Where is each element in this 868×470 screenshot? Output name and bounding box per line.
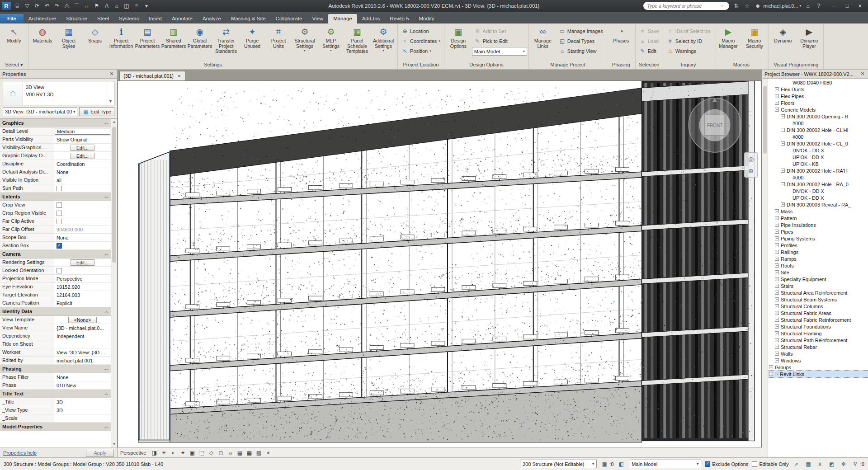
minimize-button[interactable]: ─ xyxy=(828,1,841,10)
expand-icon[interactable]: + xyxy=(775,345,779,349)
purge-unused-button[interactable]: ✦Purge Unused xyxy=(240,24,265,61)
sun-settings-button[interactable]: ☀ xyxy=(160,449,168,457)
visual-style-button[interactable]: ◨ xyxy=(150,449,158,457)
expand-icon[interactable]: + xyxy=(775,358,779,362)
property-value-visibility-graphics[interactable]: Edit... xyxy=(54,144,111,151)
tree-item-structural-beam-systems[interactable]: +Structural Beam Systems xyxy=(768,296,868,303)
help-icon[interactable]: ? xyxy=(815,3,823,9)
search-input[interactable] xyxy=(647,3,717,9)
decal-types-button[interactable]: ◱Decal Types xyxy=(557,36,605,46)
select-by-face-toggle-icon[interactable]: ◩ xyxy=(828,460,836,468)
expand-icon[interactable]: + xyxy=(775,297,779,301)
expand-icon[interactable]: + xyxy=(775,338,779,342)
select-pinned-toggle-icon[interactable]: ⊼ xyxy=(816,460,824,468)
drag-on-selection-toggle-icon[interactable]: ✥ xyxy=(840,460,848,468)
expand-icon[interactable]: + xyxy=(775,331,779,335)
default-3d-view-button[interactable]: ⌂ xyxy=(112,1,121,10)
ribbon-panel-label-project-location[interactable]: Project Location xyxy=(398,61,444,69)
expand-icon[interactable]: + xyxy=(775,311,779,315)
tree-item-000[interactable]: #000 xyxy=(768,133,868,140)
undo-button[interactable]: ↶ xyxy=(42,1,52,10)
tab-structure[interactable]: Structure xyxy=(61,14,92,24)
edit-button[interactable]: ✎Edit xyxy=(637,46,661,56)
tab-steel[interactable]: Steel xyxy=(92,14,114,24)
section-header-extents[interactable]: Extents︿ xyxy=(0,193,111,201)
expand-icon[interactable]: + xyxy=(769,372,773,376)
temporary-hide-isolate-button[interactable]: ◻ xyxy=(217,449,225,457)
tree-item-walls[interactable]: +Walls xyxy=(768,350,868,357)
select-underlay-toggle-icon[interactable]: ▦ xyxy=(804,460,812,468)
project-units-button[interactable]: ⌗Project Units xyxy=(266,24,291,61)
property-value-scale[interactable] xyxy=(54,414,111,422)
view-tab[interactable]: {3D - michael.plat.001} ✕ xyxy=(119,71,185,80)
property-value-rendering-settings[interactable]: Edit... xyxy=(54,258,111,266)
steering-wheel-icon[interactable]: ◎ xyxy=(745,154,756,164)
tree-item-din-300-20002-hole-cl-0[interactable]: −DIN 300 20002 Hole - CL_0 xyxy=(768,140,868,147)
section-header-camera[interactable]: Camera︿ xyxy=(0,250,111,258)
collapse-icon[interactable]: − xyxy=(781,114,785,118)
favorites-icon[interactable]: ☆ xyxy=(743,3,751,9)
expand-icon[interactable]: + xyxy=(775,209,779,213)
tree-item-000[interactable]: #000 xyxy=(768,120,868,127)
expand-icon[interactable]: + xyxy=(775,284,779,288)
sync-with-central-button[interactable]: ⟳ xyxy=(33,1,42,10)
help-search-box[interactable]: ⌖ xyxy=(643,2,729,10)
search-icon[interactable]: ⌖ xyxy=(719,3,726,9)
active-workset-dropdown[interactable]: 300 Structure (Not Editable)▾ xyxy=(520,460,597,468)
thin-lines-button[interactable]: ≡ xyxy=(132,1,141,10)
browser-scrollbar-thumb[interactable] xyxy=(763,86,767,154)
type-selector-dropdown-icon[interactable]: ▼ xyxy=(107,81,114,105)
expand-icon[interactable]: + xyxy=(775,324,779,329)
tree-item-roofs[interactable]: +Roofs xyxy=(768,262,868,269)
rendering-settings-edit-button[interactable]: Edit... xyxy=(71,259,94,266)
tree-item-structural-foundations[interactable]: +Structural Foundations xyxy=(768,323,868,330)
tree-item-structural-path-reinforcement[interactable]: +Structural Path Reinforcement xyxy=(768,337,868,343)
expand-icon[interactable]: + xyxy=(775,257,779,261)
expand-icon[interactable]: + xyxy=(775,291,779,295)
selection-filter[interactable]: ∇ :0 xyxy=(851,460,864,468)
property-value-view-template[interactable]: <None> xyxy=(54,316,111,324)
expand-icon[interactable]: + xyxy=(775,223,779,227)
sun-path-checkbox[interactable] xyxy=(57,186,62,191)
tree-item-floors[interactable]: +Floors xyxy=(768,99,868,106)
property-value-phase[interactable]: 010 New xyxy=(54,381,111,389)
properties-close-icon[interactable]: ✕ xyxy=(108,71,115,77)
property-value-crop-view[interactable] xyxy=(54,201,111,209)
tree-item-up-ok-dd-x[interactable]: UP'OK - DD X xyxy=(768,154,868,160)
crop-region-visible-checkbox[interactable] xyxy=(57,211,62,216)
graphic-display-o-edit-button[interactable]: Edit... xyxy=(71,153,94,159)
property-value-graphic-display-o[interactable]: Edit... xyxy=(54,152,111,160)
tree-item-railings[interactable]: +Railings xyxy=(768,249,868,255)
panel-schedule-templates-button[interactable]: ▦Panel Schedule Templates xyxy=(344,24,370,61)
dynamo-player-button[interactable]: ▶Dynamo Player xyxy=(797,24,822,61)
tree-item-din-300-20000-opening-r[interactable]: −DIN 300 20000 Opening - R xyxy=(768,113,868,120)
property-value-dependency[interactable]: Independent xyxy=(54,332,111,340)
redo-button[interactable]: ↷ xyxy=(52,1,61,10)
properties-help-link[interactable]: Properties help xyxy=(3,450,37,456)
tab-collaborate[interactable]: Collaborate xyxy=(271,14,307,24)
collapse-icon[interactable]: − xyxy=(781,141,785,146)
browser-scrollbar[interactable] xyxy=(762,79,768,457)
property-value-far-clip-offset[interactable]: 304800.000 xyxy=(54,226,111,233)
tree-item-din-300-20002-hole-ra-0[interactable]: −DIN 300 20002 Hole - RA_0 xyxy=(768,181,868,188)
tree-item-pipe-insulations[interactable]: +Pipe Insulations xyxy=(768,221,868,228)
tree-item-000[interactable]: #000 xyxy=(768,174,868,181)
crop-region-button[interactable]: ⬚ xyxy=(198,449,206,457)
property-value-sun-path[interactable] xyxy=(54,184,111,192)
manage-links-button[interactable]: ∞Manage Links xyxy=(530,24,556,61)
location-button[interactable]: ⊕Location xyxy=(399,26,443,36)
far-clip-active-checkbox[interactable] xyxy=(57,219,62,224)
exclude-options-checkbox[interactable]: Exclude Options xyxy=(705,461,748,467)
ribbon-panel-label-manage-project[interactable]: Manage Project xyxy=(529,61,607,69)
property-value-workset[interactable]: View "3D View: {3D ... xyxy=(54,348,111,356)
crop-view-checkbox[interactable] xyxy=(57,202,62,208)
user-account[interactable]: ☻ michael.plat.0... ▾ xyxy=(754,3,801,9)
tree-item-flex-ducts[interactable]: +Flex Ducts xyxy=(768,86,868,93)
property-value-eye-elevation[interactable]: 19152.920 xyxy=(54,283,111,291)
transfer-project-standards-button[interactable]: ⇄Transfer Project Standards xyxy=(213,24,239,61)
properties-scrollbar[interactable]: ▲ ▼ xyxy=(111,119,117,447)
unlocked-3d-button[interactable]: ◇ xyxy=(207,449,215,457)
ribbon-panel-label-select[interactable]: Select ▾ xyxy=(0,61,28,69)
editable-only-box[interactable] xyxy=(752,461,757,467)
section-header-identity-data[interactable]: Identity Data︿ xyxy=(0,307,111,316)
